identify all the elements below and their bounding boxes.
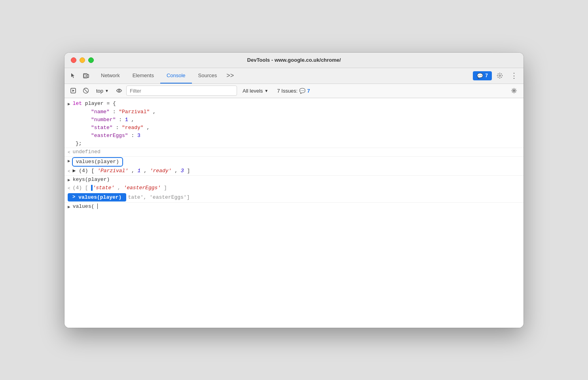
dropdown-arrow: ▼ <box>105 89 109 93</box>
filter-input[interactable] <box>126 86 237 96</box>
tab-right-buttons: 💬 7 ⋮ <box>473 69 520 82</box>
traffic-lights <box>71 57 94 63</box>
console-line-keys-output: < (4) [ 'state' , 'easterEggs' ] <box>64 184 524 192</box>
chat-icon: 💬 <box>477 73 483 79</box>
more-tabs-button[interactable]: >> <box>223 68 237 84</box>
values-player-boxed: values(player) <box>72 157 123 167</box>
partial-text: tate', 'easterEggs'] <box>128 194 190 200</box>
console-line-6: }; <box>64 140 524 148</box>
title-bar: DevTools - www.google.co.uk/chrome/ <box>64 53 524 68</box>
tab-network[interactable]: Network <box>95 68 126 84</box>
autocomplete-arrow-icon: > <box>72 194 75 200</box>
console-autocomplete-area: < (4) [ 'state' , 'easterEggs' ] > value… <box>64 184 524 201</box>
issues-chat-icon: 💬 <box>299 88 305 94</box>
console-line-values: ▶ values(player) <box>64 156 524 167</box>
tab-sources[interactable]: Sources <box>192 68 224 84</box>
console-line-2: "name" : "Parzival" , <box>64 108 524 116</box>
tab-bar: Network Elements Console Sources >> 💬 7 <box>64 68 524 84</box>
svg-rect-1 <box>84 74 86 77</box>
tabs: Network Elements Console Sources >> <box>95 68 473 84</box>
cursor-caret <box>97 203 98 209</box>
svg-rect-2 <box>87 74 89 78</box>
settings-button[interactable] <box>493 69 506 82</box>
cursor-tool-button[interactable] <box>68 70 79 81</box>
autocomplete-text: values(player) <box>78 194 121 200</box>
output-arrow-keys: < <box>68 185 70 192</box>
console-content: ▶ let player = { "name" : "Parzival" , <box>64 98 524 328</box>
svg-marker-4 <box>72 89 74 92</box>
tab-console[interactable]: Console <box>160 68 192 84</box>
run-button[interactable] <box>68 85 79 96</box>
more-options-button[interactable]: ⋮ <box>508 69 520 82</box>
tab-icons <box>68 70 91 81</box>
expand-arrow-keys[interactable]: ▶ <box>68 177 70 184</box>
levels-arrow-icon: ▼ <box>264 89 268 93</box>
levels-dropdown[interactable]: All levels ▼ <box>239 87 272 95</box>
autocomplete-popup[interactable]: > values(player) <box>68 193 126 201</box>
issues-toolbar-item[interactable]: 7 Issues: 💬 7 <box>274 87 313 95</box>
eye-button[interactable] <box>114 85 125 96</box>
svg-line-6 <box>84 89 88 93</box>
issues-badge[interactable]: 💬 7 <box>473 71 492 80</box>
output-arrow-undefined: < <box>68 149 70 156</box>
inspect-tool-button[interactable] <box>80 70 91 81</box>
console-line-3: "number" : 1 , <box>64 116 524 124</box>
close-button[interactable] <box>71 57 76 63</box>
autocomplete-row[interactable]: > values(player) tate', 'easterEggs'] <box>68 193 524 201</box>
console-line-1: ▶ let player = { <box>64 100 524 108</box>
window-title: DevTools - www.google.co.uk/chrome/ <box>247 57 341 63</box>
console-line-5: "easterEggs" : 3 <box>64 132 524 140</box>
minimize-button[interactable] <box>80 57 85 63</box>
fullscreen-button[interactable] <box>88 57 94 63</box>
console-line-array-output: < ▶ (4) [ 'Parzival' , 1 , 'ready' , 3 ] <box>64 167 524 175</box>
svg-point-7 <box>118 90 120 91</box>
devtools-window: DevTools - www.google.co.uk/chrome/ Netw… <box>64 53 524 328</box>
expand-arrow-1[interactable]: ▶ <box>68 101 70 108</box>
context-selector[interactable]: top ▼ <box>93 87 112 95</box>
console-toolbar: top ▼ All levels ▼ 7 Issues: 💬 7 <box>64 84 524 98</box>
output-arrow-array: < <box>68 168 70 175</box>
console-line-4: "state" : "ready" , <box>64 124 524 132</box>
expand-arrow-values[interactable]: ▶ <box>68 158 70 165</box>
tab-elements[interactable]: Elements <box>126 68 160 84</box>
console-settings-button[interactable] <box>508 84 520 97</box>
console-line-undefined: < undefined <box>64 148 524 156</box>
console-line-input: ▶ values( <box>64 202 524 211</box>
console-line-keys: ▶ keys(player) <box>64 175 524 184</box>
input-arrow: ▶ <box>68 203 70 211</box>
clear-console-button[interactable] <box>80 85 91 96</box>
